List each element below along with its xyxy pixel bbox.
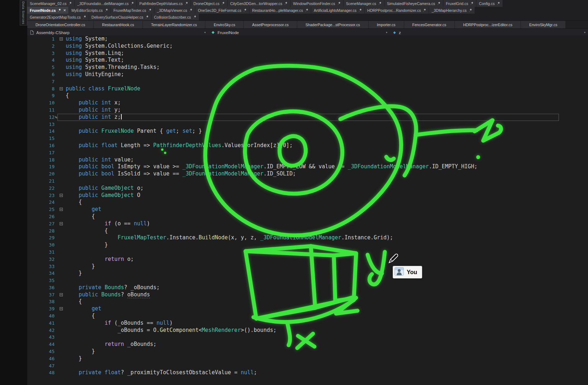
line-number[interactable]: 45 (27, 348, 55, 355)
code-editor[interactable]: 1using System;2using System.Collections.… (27, 36, 588, 385)
line-number[interactable]: 36 (27, 284, 55, 291)
code-line-39[interactable]: 39 get (27, 305, 588, 313)
chevron-down-icon[interactable]: ▾ (386, 31, 390, 34)
line-number[interactable]: 18 (27, 156, 55, 164)
line-number[interactable]: 10 (27, 99, 55, 107)
line-number[interactable]: 21 (27, 178, 55, 185)
line-number[interactable]: 9 (27, 92, 55, 99)
fold-collapse-icon[interactable] (60, 307, 63, 310)
tab-DroneObject.cs[interactable]: DroneObject.cs (191, 0, 227, 7)
code-line-7[interactable]: 7 (27, 78, 588, 85)
fold-collapse-icon[interactable] (60, 87, 63, 90)
fold-collapse-icon[interactable] (60, 208, 63, 211)
pin-icon[interactable] (305, 8, 308, 12)
pin-icon[interactable] (221, 1, 225, 5)
line-number[interactable]: 16 (27, 142, 55, 149)
tab-RestaurantHo...pleManager.cs[interactable]: RestaurantHo...pleManager.cs (249, 7, 311, 14)
pin-icon[interactable] (497, 1, 500, 5)
line-number[interactable]: 31 (27, 249, 55, 256)
tab-MyEditorScripts.cs[interactable]: MyEditorScripts.cs (69, 7, 111, 14)
tab-DroneOrientationController.cs[interactable]: DroneOrientationController.cs (27, 21, 93, 28)
line-number[interactable]: 41 (27, 320, 55, 327)
line-number[interactable]: 28 (27, 227, 55, 235)
line-number[interactable]: 32 (27, 256, 55, 263)
chevron-down-icon[interactable]: ▾ (204, 31, 208, 34)
code-line-34[interactable]: 34 } (27, 270, 588, 277)
tab-SceneManager.cs[interactable]: SceneManager.cs (344, 0, 384, 7)
line-number[interactable]: 43 (27, 334, 55, 341)
code-line-46[interactable]: 46 } (27, 355, 588, 362)
tab-FruxelNode.cs[interactable]: FruxelNode.cs× (27, 7, 69, 14)
code-line-22[interactable]: 22 public GameObject o; (27, 185, 588, 192)
code-line-16[interactable]: 16 public float Length => PathfinderDept… (27, 142, 588, 149)
code-line-12[interactable]: 12✎ public int z; (27, 114, 588, 121)
code-line-9[interactable]: 9{ (27, 92, 588, 99)
pin-icon[interactable] (145, 15, 149, 19)
close-icon[interactable]: × (63, 8, 66, 13)
code-line-47[interactable]: 47 (27, 362, 588, 370)
code-line-17[interactable]: 17 (27, 149, 588, 156)
code-line-18[interactable]: 18 public int value; (27, 156, 588, 164)
code-line-10[interactable]: 10 public int x; (27, 99, 588, 107)
line-number[interactable]: 44 (27, 341, 55, 348)
line-number[interactable]: 20 (27, 170, 55, 178)
tab-_3DMapHierarchy.cs[interactable]: _3DMapHierarchy.cs (429, 7, 474, 14)
pin-icon[interactable] (83, 15, 86, 19)
line-number[interactable]: 29 (27, 234, 55, 241)
line-number[interactable]: 26 (27, 213, 55, 220)
code-line-32[interactable]: 32 return o; (27, 256, 588, 263)
code-line-35[interactable]: 35 (27, 277, 588, 284)
code-line-28[interactable]: 28 { (27, 227, 588, 235)
pin-icon[interactable] (243, 8, 247, 12)
code-line-14[interactable]: 14 public FruxelNode Parent { get; set; … (27, 128, 588, 135)
line-number[interactable]: 27 (27, 220, 55, 227)
code-line-48[interactable]: 48 private float? _proximityToClosestObs… (27, 369, 588, 376)
tab-WindowPositionFinder.cs[interactable]: WindowPositionFinder.cs (290, 0, 343, 7)
line-number[interactable]: 1 (27, 36, 55, 43)
code-line-4[interactable]: 4using System.Text; (27, 57, 588, 64)
project-dropdown[interactable]: Assembly-CSharp ▾ (27, 29, 208, 36)
code-line-30[interactable]: 30 } (27, 241, 588, 249)
line-number[interactable]: 30 (27, 241, 55, 249)
pin-icon[interactable] (470, 1, 473, 5)
fold-collapse-icon[interactable] (60, 293, 63, 296)
line-number[interactable]: 37 (27, 291, 55, 299)
line-number[interactable]: 48 (27, 369, 55, 376)
code-line-41[interactable]: 41 if (_oBounds == null) (27, 320, 588, 327)
line-number[interactable]: 8 (27, 85, 55, 93)
line-number[interactable]: 46 (27, 355, 55, 362)
tab-_3DFoundatio...delManager.cs[interactable]: _3DFoundatio...delManager.cs (75, 0, 136, 7)
code-line-11[interactable]: 11 public int y; (27, 107, 588, 114)
tab-SimulatedFisheyeCamera.cs[interactable]: SimulatedFisheyeCamera.cs (384, 0, 443, 7)
pin-icon[interactable] (148, 8, 151, 12)
tab-RestaurantHook.cs[interactable]: RestaurantHook.cs (94, 21, 142, 28)
line-number[interactable]: 40 (27, 313, 55, 320)
tab-FencesGenerator.cs[interactable]: FencesGenerator.cs (404, 21, 455, 28)
tab-OneSec3D_FileFormat.cs[interactable]: OneSec3D_FileFormat.cs (195, 7, 249, 14)
tab-AssetPreprocessor.cs[interactable]: AssetPreprocessor.cs (244, 21, 297, 28)
line-number[interactable]: 22 (27, 185, 55, 192)
fold-collapse-icon[interactable] (60, 37, 63, 41)
tab-_3DMapViewer.cs[interactable]: _3DMapViewer.cs (154, 7, 195, 14)
code-line-37[interactable]: 37 public Bounds? oBounds (27, 291, 588, 299)
tab-HDRPPostproc...Randomizer.cs[interactable]: HDRPPostproc...Randomizer.cs (365, 7, 429, 14)
tab-PathfinderDepthValues.cs[interactable]: PathfinderDepthValues.cs (137, 0, 191, 7)
line-number[interactable]: 19 (27, 163, 55, 170)
chevron-down-icon[interactable]: ▾ (584, 31, 588, 34)
pin-icon[interactable] (58, 8, 61, 12)
tab-EnviroSkyMgr.cs[interactable]: EnviroSkyMgr.cs (521, 21, 565, 28)
line-number[interactable]: 35 (27, 277, 55, 284)
tab-DeliverySurfaceClassHelper.cs[interactable]: DeliverySurfaceClassHelper.cs (89, 14, 151, 20)
pin-icon[interactable] (105, 8, 108, 12)
pin-icon[interactable] (189, 8, 192, 12)
line-number[interactable]: 3 (27, 50, 55, 57)
line-number[interactable]: 38 (27, 298, 55, 305)
pin-icon[interactable] (359, 8, 362, 12)
pin-icon[interactable] (69, 1, 72, 5)
pin-icon[interactable] (185, 1, 188, 5)
tab-Config.cs[interactable]: Config.cs (476, 0, 503, 7)
code-line-19[interactable]: 19 public bool IsEmpty => value >= _3DFo… (27, 163, 588, 170)
line-number[interactable]: 12 (27, 114, 55, 121)
line-number[interactable]: 34 (27, 270, 55, 277)
pin-icon[interactable] (423, 8, 426, 12)
